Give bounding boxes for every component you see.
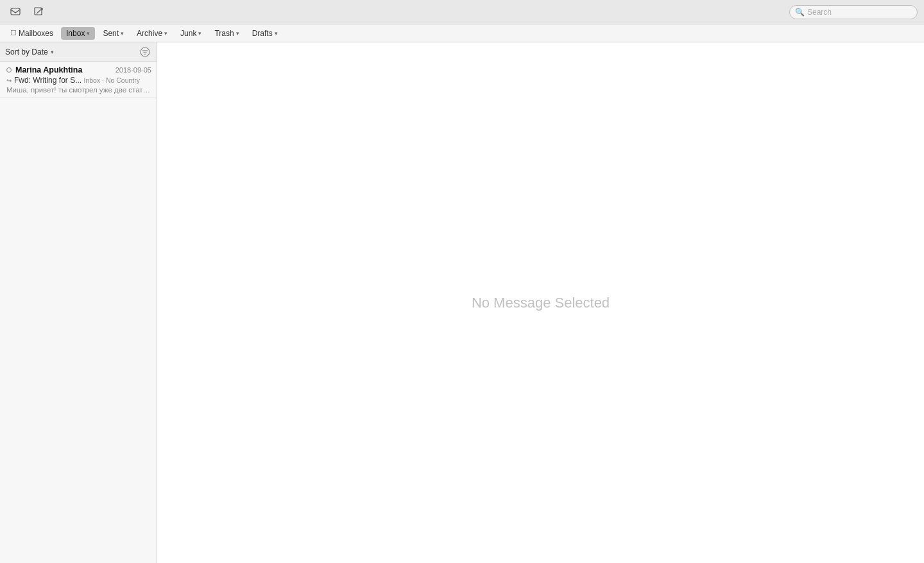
svg-rect-0 — [11, 8, 20, 15]
svg-rect-1 — [35, 8, 42, 15]
left-panel: Sort by Date ▾ Marina Apukhtina — [0, 42, 157, 563]
sort-label-text: Sort by Date — [5, 48, 48, 56]
mailboxes-checkbox-icon: ☐ — [10, 29, 17, 37]
nav-label-junk: Junk — [180, 29, 196, 38]
search-icon: 🔍 — [795, 8, 805, 17]
sort-bar: Sort by Date ▾ — [0, 42, 157, 62]
email-subject-row: ↪ Fwd: Writing for S... Inbox · No Count… — [6, 76, 151, 85]
email-date: 2018-09-05 — [116, 66, 151, 74]
inbox-chevron-icon: ▾ — [87, 30, 90, 37]
svg-point-3 — [141, 48, 150, 56]
email-subject: Fwd: Writing for S... Inbox · No Country — [14, 76, 140, 85]
replied-icon — [6, 67, 12, 73]
forward-icon: ↪ — [6, 77, 12, 84]
sort-chevron-icon: ▾ — [51, 49, 54, 55]
email-tag: Inbox · No Country — [83, 76, 140, 84]
compose-button[interactable] — [30, 5, 47, 19]
nav-label-drafts: Drafts — [252, 29, 273, 38]
inbox-button[interactable] — [6, 5, 24, 19]
nav-item-mailboxes[interactable]: ☐ Mailboxes — [5, 27, 58, 40]
nav-item-junk[interactable]: Junk ▾ — [175, 27, 207, 40]
right-panel: No Message Selected — [157, 42, 924, 563]
nav-item-inbox[interactable]: Inbox ▾ — [61, 27, 95, 40]
table-row[interactable]: Marina Apukhtina 2018-09-05 ↪ Fwd: Writi… — [0, 62, 157, 98]
nav-item-trash[interactable]: Trash ▾ — [209, 27, 244, 40]
nav-label-mailboxes: Mailboxes — [19, 29, 53, 38]
filter-icon[interactable] — [139, 46, 151, 58]
nav-item-sent[interactable]: Sent ▾ — [98, 27, 129, 40]
nav-label-archive: Archive — [137, 29, 162, 38]
trash-chevron-icon: ▾ — [236, 30, 239, 37]
email-sender: Marina Apukhtina — [15, 65, 82, 74]
nav-label-sent: Sent — [103, 29, 119, 38]
nav-label-trash: Trash — [214, 29, 234, 38]
archive-chevron-icon: ▾ — [164, 30, 167, 37]
search-box[interactable]: 🔍 Search — [789, 5, 918, 19]
nav-label-inbox: Inbox — [66, 29, 85, 38]
email-header: Marina Apukhtina 2018-09-05 — [6, 65, 151, 74]
nav-bar: ☐ Mailboxes Inbox ▾ Sent ▾ Archive ▾ Jun… — [0, 24, 924, 42]
sort-by-date-button[interactable]: Sort by Date ▾ — [5, 48, 54, 56]
no-message-label: No Message Selected — [472, 295, 610, 311]
main-layout: Sort by Date ▾ Marina Apukhtina — [0, 42, 924, 563]
drafts-chevron-icon: ▾ — [275, 30, 278, 37]
search-placeholder: Search — [807, 8, 832, 17]
junk-chevron-icon: ▾ — [198, 30, 201, 37]
sent-chevron-icon: ▾ — [121, 30, 124, 37]
nav-item-archive[interactable]: Archive ▾ — [132, 27, 173, 40]
email-list: Marina Apukhtina 2018-09-05 ↪ Fwd: Writi… — [0, 62, 157, 563]
nav-item-drafts[interactable]: Drafts ▾ — [247, 27, 283, 40]
toolbar: 🔍 Search — [0, 0, 924, 24]
email-preview: Миша, привет! ты смотрел уже две статьи … — [6, 86, 151, 94]
